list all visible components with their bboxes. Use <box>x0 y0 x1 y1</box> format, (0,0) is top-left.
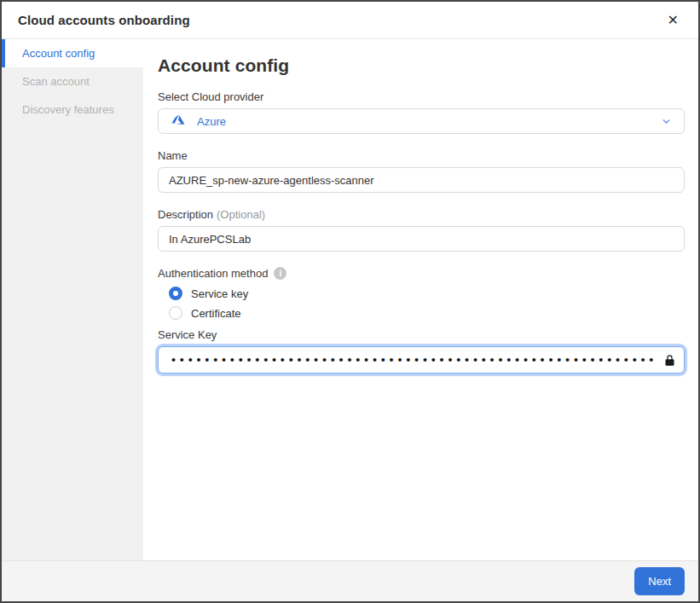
radio-option-service-key[interactable]: Service key <box>169 287 685 300</box>
dialog-body: Account config Scan account Discovery fe… <box>2 39 698 560</box>
sidebar-item-label: Discovery features <box>22 103 114 116</box>
radio-option-certificate[interactable]: Certificate <box>169 306 685 320</box>
cloud-accounts-onboarding-dialog: Cloud accounts onboarding ✕ Account conf… <box>0 0 700 603</box>
dialog-titlebar: Cloud accounts onboarding ✕ <box>2 2 698 39</box>
next-button[interactable]: Next <box>634 567 685 595</box>
page-title: Account config <box>158 55 685 76</box>
radio-label: Certificate <box>191 307 241 320</box>
auth-method-label-text: Authentication method <box>158 267 268 280</box>
radio-unselected-icon[interactable] <box>169 306 182 320</box>
description-input[interactable] <box>158 226 685 252</box>
chevron-down-icon[interactable] <box>661 116 672 127</box>
azure-logo-icon <box>171 112 186 130</box>
provider-label: Select Cloud provider <box>158 90 685 103</box>
selected-provider-value: Azure <box>197 115 226 128</box>
dialog-footer: Next <box>2 560 698 601</box>
name-label: Name <box>158 149 685 162</box>
provider-field: Select Cloud provider Azure <box>158 90 685 134</box>
service-key-label: Service Key <box>158 328 685 341</box>
optional-hint: (Optional) <box>217 208 265 221</box>
radio-label: Service key <box>191 287 248 300</box>
close-icon[interactable]: ✕ <box>664 10 682 31</box>
radio-selected-icon[interactable] <box>169 287 182 300</box>
description-label: Description (Optional) <box>158 208 685 221</box>
auth-method-group: Authentication method i Service key Cert… <box>158 267 685 320</box>
auth-method-label: Authentication method i <box>158 267 685 280</box>
sidebar-item-scan-account[interactable]: Scan account <box>2 67 143 96</box>
cloud-provider-select[interactable]: Azure <box>158 108 685 134</box>
info-icon[interactable]: i <box>274 267 286 280</box>
service-key-input[interactable] <box>169 354 658 367</box>
name-input[interactable] <box>158 167 685 193</box>
service-key-group: Service Key <box>158 328 685 374</box>
sidebar-item-discovery-features[interactable]: Discovery features <box>2 96 143 124</box>
dialog-title: Cloud accounts onboarding <box>18 13 190 27</box>
sidebar-item-label: Scan account <box>22 75 90 88</box>
description-label-text: Description <box>158 208 213 221</box>
auth-method-options: Service key Certificate <box>169 287 685 320</box>
sidebar-item-account-config[interactable]: Account config <box>2 39 143 67</box>
lock-icon <box>663 354 676 367</box>
description-field-group: Description (Optional) <box>158 208 685 252</box>
sidebar-item-label: Account config <box>22 47 95 60</box>
wizard-steps-sidebar: Account config Scan account Discovery fe… <box>2 39 143 560</box>
name-field-group: Name <box>158 149 685 193</box>
account-config-panel: Account config Select Cloud provider Azu… <box>143 39 698 560</box>
service-key-field <box>158 346 685 374</box>
